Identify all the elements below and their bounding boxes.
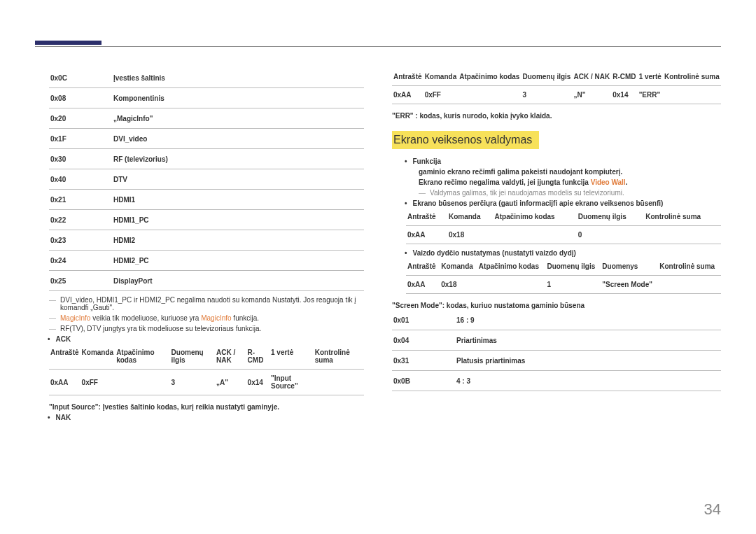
table-row: 0xAA 0xFF 3 „N" 0x14 "ERR" [392, 88, 721, 101]
ack-table: Antraštė Komanda Atpačinimo kodas Duomen… [49, 346, 364, 398]
screen-mode-codes-table: 0x0116 : 9 0x04Priartinimas 0x31Platusis… [392, 312, 721, 393]
table-row: 0x31Platusis priartinimas [392, 353, 721, 368]
funkcija-bullet: •Funkcija [405, 157, 721, 165]
table-row: 0xAA 0xFF 3 „A" 0x14 "Input Source" [49, 372, 364, 393]
table-row: 0x0CĮvesties šaltinis [49, 70, 364, 85]
page-number: 34 [704, 500, 721, 519]
screen-mode-note: "Screen Mode": kodas, kuriuo nustatoma g… [392, 302, 721, 309]
bullet-status: •Ekrano būsenos perčiųra (gauti informac… [405, 199, 721, 207]
table-row: 0x24HDMI2_PC [49, 253, 364, 268]
table-row: 0x25DisplayPort [49, 273, 364, 288]
table-row: 0xAA 0x18 1 "Screen Mode" [406, 278, 721, 291]
table-row: 0x30RF (televizorius) [49, 151, 364, 167]
nak-table: Antraštė Komanda Atpačinimo kodas Duomen… [392, 70, 721, 106]
func-dash: ―Valdymas galimas, tik jei naudojamas mo… [419, 189, 721, 197]
table-row: 0xAA 0x18 0 [406, 228, 721, 241]
section-heading: Ekrano veiksenos valdymas [392, 131, 539, 149]
note-dvi: ―DVI_video, HDMI1_PC ir HDMI2_PC negalim… [49, 296, 364, 311]
table-row: 0x22HDMI1_PC [49, 212, 364, 227]
desc-cell: Įvesties šaltinis [112, 70, 364, 85]
table-row: 0x20„MagicInfo" [49, 111, 364, 126]
note-rftv: ―RF(TV), DTV jungtys yra tik modeliuose … [49, 325, 364, 332]
imgsize-table: Antraštė Komanda Atpačinimo kodas Duomen… [406, 260, 721, 296]
content-columns: 0x0CĮvesties šaltinis 0x08Komponentinis … [35, 70, 721, 492]
code-cell: 0x0C [49, 70, 112, 85]
table-row: 0x40DTV [49, 171, 364, 187]
input-source-note: "Input Source": Įvesties šaltinio kodas,… [49, 403, 364, 411]
right-column: Antraštė Komanda Atpačinimo kodas Duomen… [392, 70, 721, 492]
bullet-imgsize: •Vaizdo dydčio nustatymas (nustatyti vai… [405, 249, 721, 257]
table-row: 0x21HDMI1 [49, 192, 364, 207]
left-column: 0x0CĮvesties šaltinis 0x08Komponentinis … [35, 70, 364, 492]
table-row: 0x04Priartinimas [392, 332, 721, 348]
input-source-codes-table: 0x0CĮvesties šaltinis 0x08Komponentinis … [49, 70, 364, 293]
note-magicinfo: ―MagicInfo veikia tik modeliuose, kuriuo… [49, 314, 364, 322]
table-row: 0x23HDMI2 [49, 232, 364, 248]
ack-bullet: •ACK [48, 335, 364, 343]
table-row: 0x1FDVI_video [49, 131, 364, 146]
table-row: 0x08Komponentinis [49, 90, 364, 106]
top-rule [35, 46, 721, 47]
table-row: 0x0B4 : 3 [392, 373, 721, 388]
nak-bullet: •NAK [48, 414, 364, 421]
status-table: Antraštė Komanda Atpačinimo kodas Duomen… [406, 210, 721, 246]
table-row: 0x0116 : 9 [392, 312, 721, 328]
accent-bar [35, 41, 102, 45]
func-line1: gaminio ekrano rečimfi galima pakeisti n… [419, 168, 721, 176]
func-line2: Ekrano rečimo negalima valdyti, jei įjun… [419, 178, 721, 186]
err-note: "ERR" : kodas, kuris nurodo, kokia įvyko… [392, 112, 721, 120]
